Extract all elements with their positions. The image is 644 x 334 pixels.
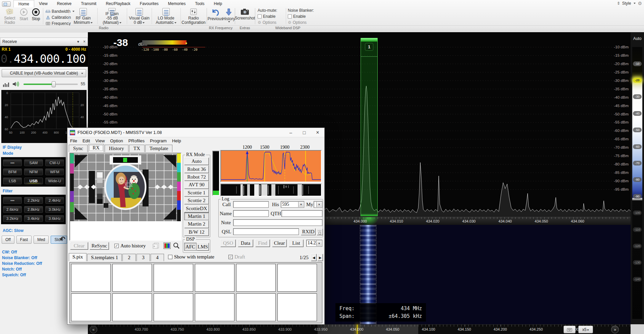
rx-mode-button[interactable]: Martin 1 [184, 212, 209, 220]
ribbon-tab[interactable]: Receive [52, 0, 76, 7]
noise-blanker-options-button[interactable]: ⚙Options [288, 19, 318, 26]
color-image-icon[interactable] [163, 242, 171, 249]
rx-mode-button[interactable]: Scottie 2 [184, 197, 209, 204]
mode-button[interactable]: Wide-U [45, 177, 64, 185]
my-combo[interactable]: ▾ [314, 201, 322, 208]
visual-gain-button[interactable]: Visual Gain0 dB [127, 8, 151, 25]
stock-thumbnail[interactable] [71, 264, 111, 292]
mmsstv-tab[interactable]: Sync [69, 145, 88, 152]
stock-tab[interactable]: S.pix [69, 253, 87, 261]
stock-thumbnail[interactable] [154, 293, 193, 321]
stock-thumbnail[interactable] [277, 264, 317, 292]
abc-button[interactable]: ABC [317, 228, 323, 235]
draft-checkbox[interactable]: ✓ Draft [228, 254, 245, 260]
audio-device-select[interactable]: CABLE Input (VB-Audio Virtual Cable) [2, 69, 86, 77]
status-line[interactable]: Noise Reduction: Off [2, 261, 42, 267]
palette-tick[interactable]: -140 [633, 277, 642, 282]
stock-thumbnail[interactable] [112, 264, 152, 292]
scroll-right-button[interactable]: » [611, 326, 619, 333]
data-button[interactable]: Data [238, 239, 253, 247]
receive-panel-header[interactable]: Receive ▾ × [0, 38, 88, 46]
ribbon-tab[interactable]: Memories [163, 0, 191, 7]
ribbon-tab[interactable]: Rec/Playback [101, 0, 135, 7]
style-label[interactable]: Style [622, 1, 631, 6]
filter-button[interactable]: 2.8kHz [24, 206, 43, 213]
mmsstv-tab[interactable]: TX [129, 145, 145, 152]
rx-mode-button[interactable]: Auto [184, 157, 209, 165]
stock-thumbnail[interactable] [236, 264, 276, 292]
chevron-down-icon[interactable]: ▾ [316, 240, 322, 246]
dsp-button[interactable]: AFC [184, 243, 197, 251]
stop-button[interactable]: Stop [30, 8, 42, 25]
magnifier-icon[interactable] [173, 242, 180, 249]
palette-tick[interactable]: -90 [633, 194, 642, 199]
stock-thumbnail[interactable] [112, 293, 152, 321]
filter-button[interactable]: 3.2kHz [3, 215, 22, 222]
agc-button[interactable]: Fast [16, 236, 32, 244]
palette-tick[interactable]: -50 [633, 128, 642, 132]
auto-mute-options-button[interactable]: ⚙Options [258, 19, 285, 26]
mode-button[interactable]: NFM [24, 168, 43, 176]
clear-image-button[interactable]: Clear [70, 242, 88, 250]
name-input[interactable] [233, 210, 269, 217]
status-line[interactable]: Notch: Off [2, 267, 42, 273]
palette-tick[interactable]: -110 [633, 227, 642, 232]
qso-button[interactable]: QSO [220, 239, 236, 247]
mode-button[interactable]: BFM [3, 168, 22, 176]
stock-tab[interactable]: 3 [137, 254, 150, 261]
palette-tick[interactable]: -10 [633, 61, 642, 66]
stock-tab[interactable]: 4 [151, 254, 164, 261]
menu-item[interactable]: Program [147, 138, 169, 143]
ribbon-tab[interactable]: Transmit [76, 0, 101, 7]
passband-cap[interactable] [361, 38, 377, 42]
app-menu-button[interactable] [2, 1, 11, 7]
stock-thumbnail[interactable] [154, 264, 193, 292]
page-next-button[interactable]: ▶ [317, 254, 323, 261]
show-with-template-checkbox[interactable]: Show with template [168, 254, 214, 260]
palette-auto-label[interactable]: Auto [631, 36, 644, 41]
his-combo[interactable]: 595▾ [281, 201, 304, 208]
mmsstv-tab[interactable]: RX [88, 144, 104, 152]
radio-configuration-button[interactable]: RadioConfiguration [181, 8, 206, 25]
palette-tick[interactable]: -60 [633, 144, 642, 149]
mode-button[interactable]: SAM [24, 159, 43, 166]
mmsstv-tab[interactable]: History [105, 145, 128, 152]
rx-mode-button[interactable]: Scottie 1 [184, 189, 209, 197]
lo-mode-button[interactable]: LO ModeAutomatic [152, 8, 180, 25]
palette-tick[interactable]: -40 [633, 111, 642, 116]
frequency-readout[interactable]: 0.434.000.100 [1, 52, 86, 65]
menu-item[interactable]: File [67, 138, 80, 143]
mode-button[interactable]: USB [24, 177, 43, 185]
status-line[interactable]: CW: Off [2, 250, 42, 255]
note-input[interactable] [233, 219, 322, 226]
rx-mode-button[interactable]: Robot 36 [184, 165, 209, 173]
noise-blanker-enable-checkbox[interactable]: Enable [288, 13, 318, 19]
mmsstv-title-bar[interactable]: F5OEO (F5OEO.MDT) - MMSSTV Ver 1.08 – □ … [67, 128, 324, 137]
menu-item[interactable]: View [93, 138, 107, 143]
zoom-level-button[interactable]: x5▸ [578, 326, 593, 333]
stock-tab[interactable]: 2 [122, 254, 136, 261]
palette-tick[interactable]: -120 [633, 244, 642, 248]
call-input[interactable] [233, 201, 269, 208]
mode-button[interactable]: WFM [45, 168, 64, 176]
select-radio-button[interactable]: Select Radio [2, 8, 17, 25]
stock-thumbnail[interactable] [71, 293, 111, 321]
filter-button[interactable]: 3.4kHz [24, 215, 43, 222]
palette-tick[interactable]: -100 [633, 210, 642, 215]
palette-tick[interactable]: -20 [633, 78, 642, 83]
waterfall-frequency-scale[interactable]: 433.700433.750433.800433.850433.900433.9… [88, 324, 631, 334]
stock-thumbnail[interactable] [236, 293, 276, 321]
auto-history-checkbox[interactable]: ✓ Auto history [114, 243, 146, 249]
rx-mode-button[interactable]: B/W 12 [184, 228, 209, 236]
rx-mode-button[interactable]: Robot 72 [184, 173, 209, 181]
palette-tick[interactable]: -70 [633, 161, 642, 165]
undo-icon[interactable]: ↶ [60, 235, 65, 243]
log-frequency-combo[interactable]: 14.230▾ [306, 240, 322, 247]
filter-button[interactable]: 3.0kHz [45, 206, 64, 213]
list-button[interactable]: List [289, 239, 304, 247]
rx-mode-button[interactable]: AVT 90 [184, 181, 209, 189]
chevron-down-icon[interactable]: ▾ [316, 202, 322, 207]
chevron-down-icon[interactable]: ▾ [77, 39, 79, 44]
filter-button[interactable]: 2.4kHz [45, 197, 64, 204]
speaker-icon[interactable] [12, 81, 19, 87]
